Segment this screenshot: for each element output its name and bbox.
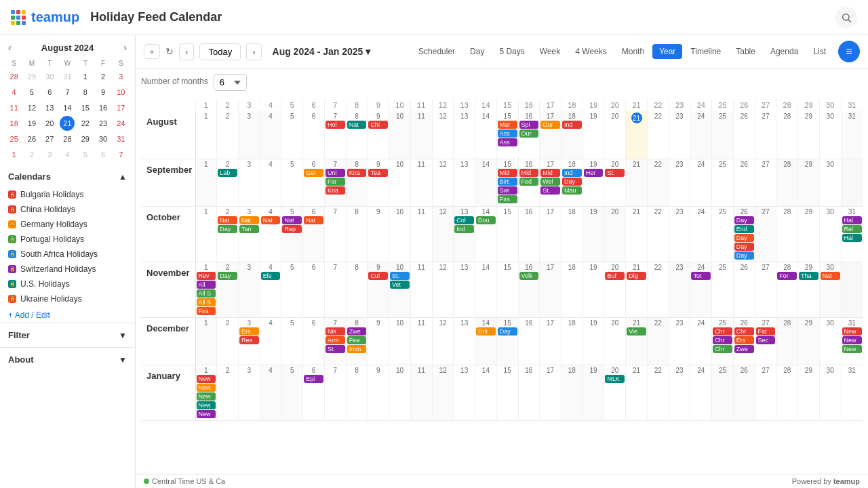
- event-pill[interactable]: All S: [197, 289, 216, 298]
- mini-cal-day[interactable]: 2: [24, 147, 39, 162]
- mini-cal-day[interactable]: 5: [24, 85, 39, 100]
- event-pill[interactable]: Res: [239, 336, 259, 344]
- calendar-item[interactable]: 🔒 Bulgaria Holidays: [5, 187, 130, 202]
- mini-cal-day[interactable]: 6: [42, 85, 57, 100]
- event-pill[interactable]: Nat: [261, 216, 281, 224]
- event-pill[interactable]: Hol: [326, 121, 345, 129]
- refresh-button[interactable]: ↻: [165, 46, 174, 57]
- mini-cal-day[interactable]: 21: [60, 116, 75, 131]
- event-pill[interactable]: Our: [540, 121, 560, 129]
- mini-cal-day[interactable]: 30: [42, 69, 57, 84]
- event-pill[interactable]: Hal: [842, 216, 862, 224]
- today-button[interactable]: Today: [199, 43, 241, 60]
- event-pill[interactable]: Rep: [282, 225, 302, 233]
- event-pill[interactable]: Day: [734, 234, 754, 242]
- event-pill[interactable]: New: [197, 410, 216, 418]
- event-pill[interactable]: Chr: [713, 336, 732, 344]
- event-pill[interactable]: Zwe: [347, 327, 367, 336]
- event-pill[interactable]: Chr: [713, 327, 732, 336]
- event-pill[interactable]: Ind: [562, 169, 582, 177]
- event-pill[interactable]: Nik: [326, 327, 345, 336]
- mini-cal-day[interactable]: 4: [7, 85, 22, 100]
- event-pill[interactable]: Wel: [540, 178, 560, 186]
- add-edit-button[interactable]: + Add / Edit: [0, 308, 135, 323]
- mini-cal-day[interactable]: 18: [7, 116, 22, 131]
- event-pill[interactable]: Swi: [498, 186, 517, 195]
- event-pill[interactable]: Mid: [498, 169, 517, 177]
- event-pill[interactable]: Imm: [347, 345, 367, 353]
- event-pill[interactable]: Buf: [605, 272, 625, 280]
- event-pill[interactable]: Ers: [734, 336, 754, 344]
- mini-cal-day[interactable]: 8: [78, 85, 93, 100]
- event-pill[interactable]: New: [197, 401, 216, 409]
- event-pill[interactable]: Lab: [218, 169, 237, 177]
- mini-cal-day[interactable]: 19: [24, 116, 39, 131]
- event-pill[interactable]: Nat: [347, 121, 367, 129]
- event-pill[interactable]: MLK: [605, 375, 625, 383]
- event-pill[interactable]: Day: [734, 216, 754, 224]
- event-pill[interactable]: St.: [326, 345, 345, 353]
- event-pill[interactable]: St.: [390, 272, 410, 280]
- event-pill[interactable]: Tot: [691, 272, 711, 280]
- event-pill[interactable]: Ger: [304, 169, 323, 177]
- event-pill[interactable]: Nat: [304, 216, 323, 224]
- view-tab-day[interactable]: Day: [463, 44, 491, 59]
- view-tab-list[interactable]: List: [806, 44, 833, 59]
- view-tab-scheduler[interactable]: Scheduler: [412, 44, 462, 59]
- mini-cal-day[interactable]: 22: [78, 116, 93, 131]
- calendar-item[interactable]: 🔒 China Holidays: [5, 202, 130, 217]
- event-pill[interactable]: Hal: [842, 234, 862, 242]
- event-pill[interactable]: Volk: [519, 272, 539, 280]
- event-pill[interactable]: Tea: [368, 169, 388, 177]
- calendar-item[interactable]: 🔒 South Africa Holidays: [5, 247, 130, 262]
- logo[interactable]: teamup: [11, 9, 79, 25]
- event-pill[interactable]: Mid: [519, 169, 539, 177]
- event-pill[interactable]: Tha: [799, 272, 818, 280]
- view-tab-timeline[interactable]: Timeline: [684, 44, 728, 59]
- event-pill[interactable]: Tan: [239, 225, 259, 233]
- event-pill[interactable]: Ind: [454, 225, 474, 233]
- event-pill[interactable]: Nat: [821, 272, 840, 280]
- mini-cal-day[interactable]: 6: [96, 147, 111, 162]
- mini-cal-day[interactable]: 29: [78, 131, 93, 146]
- calendar-item[interactable]: 🔒 Germany Holidays: [5, 217, 130, 232]
- event-pill[interactable]: Rel: [842, 225, 862, 233]
- event-pill[interactable]: Dig: [627, 272, 646, 280]
- event-pill[interactable]: Fed: [519, 178, 539, 186]
- view-tab-5-days[interactable]: 5 Days: [492, 44, 531, 59]
- event-pill[interactable]: Drit: [476, 327, 496, 336]
- mini-cal-day[interactable]: 2: [96, 69, 111, 84]
- nav-prev[interactable]: ‹: [179, 43, 194, 60]
- event-pill[interactable]: Spi: [519, 121, 539, 129]
- calendar-item[interactable]: 🔒 Ukraine Holidays: [5, 291, 130, 306]
- mini-cal-day[interactable]: 13: [42, 100, 57, 115]
- menu-button[interactable]: ≡: [838, 41, 860, 62]
- mini-cal-day[interactable]: 27: [42, 131, 57, 146]
- mini-cal-day[interactable]: 14: [60, 100, 75, 115]
- filter-toggle[interactable]: Filter ▼: [0, 323, 135, 347]
- event-pill[interactable]: Firs: [197, 307, 216, 315]
- mini-cal-day[interactable]: 7: [60, 85, 75, 100]
- event-pill[interactable]: New: [197, 384, 216, 392]
- mini-cal-next[interactable]: ›: [121, 41, 130, 54]
- event-pill[interactable]: Vet: [390, 281, 410, 289]
- mini-cal-day[interactable]: 5: [78, 147, 93, 162]
- calendar-item[interactable]: 🔒 U.S. Holidays: [5, 277, 130, 291]
- event-pill[interactable]: Mar: [498, 121, 517, 129]
- mini-cal-day[interactable]: 28: [7, 69, 22, 84]
- event-pill[interactable]: St.: [605, 169, 625, 177]
- calendar-item[interactable]: 🔒 Portugal Holidays: [5, 232, 130, 247]
- event-pill[interactable]: Ass: [498, 129, 517, 138]
- event-pill[interactable]: End: [734, 225, 754, 233]
- mini-cal-day[interactable]: 3: [113, 69, 128, 84]
- mini-cal-day[interactable]: 7: [113, 147, 128, 162]
- event-pill[interactable]: All: [197, 281, 216, 289]
- event-pill[interactable]: New: [197, 392, 216, 401]
- event-pill[interactable]: New: [197, 375, 216, 383]
- mini-cal-day[interactable]: 24: [113, 116, 128, 131]
- event-pill[interactable]: Birt: [498, 178, 517, 186]
- event-pill[interactable]: Her: [584, 169, 604, 177]
- mini-cal-day[interactable]: 1: [7, 147, 22, 162]
- event-pill[interactable]: Firs: [498, 195, 517, 203]
- event-pill[interactable]: Chr: [713, 345, 732, 353]
